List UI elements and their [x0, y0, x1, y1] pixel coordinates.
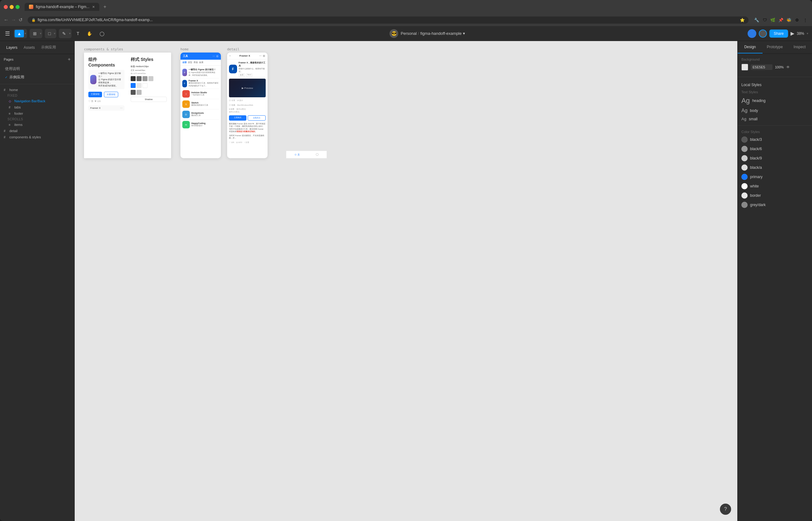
project-name: figma-handoff-example: [420, 31, 462, 36]
color-name-white: white: [750, 184, 759, 188]
tab-inspect[interactable]: Inspect: [787, 41, 812, 53]
bg-hex-input[interactable]: [751, 64, 772, 70]
layer-components[interactable]: # components & styles: [0, 134, 74, 140]
text-tool[interactable]: T: [74, 30, 82, 37]
color-swatch-primary: [741, 174, 748, 180]
frame-label-home: home 工具 ⋯ ◎ 全部 原型 界面: [180, 47, 221, 158]
color-style-greydark[interactable]: grey/dark: [738, 200, 812, 209]
background-title: Background: [741, 58, 808, 61]
nav-forward-button[interactable]: →: [11, 17, 16, 23]
figma-menu-button[interactable]: ☰: [4, 29, 11, 38]
background-section: Background 100% 👁: [738, 54, 812, 74]
frame-detail: ‹ Framer X ⋯ ◎ F: [227, 52, 268, 158]
color-swatch-blacka: [741, 164, 748, 171]
visibility-toggle[interactable]: 👁: [786, 65, 790, 69]
tab-assets[interactable]: Assets: [21, 44, 37, 51]
divider-1: [738, 77, 812, 77]
layer-components-label: components & styles: [9, 135, 41, 139]
color-swatch-black3: [741, 136, 748, 143]
frame-icon-tabs: #: [9, 106, 13, 109]
browser-tab[interactable]: figma-handoff-example – Figm... ✕: [25, 3, 99, 11]
tab-design[interactable]: Design: [738, 41, 763, 53]
close-button[interactable]: [4, 5, 8, 9]
page-item-1[interactable]: 使用说明: [0, 65, 74, 73]
browser-titlebar: figma-handoff-example – Figm... ✕ +: [0, 0, 812, 14]
color-swatch-white: [741, 183, 748, 189]
tab-close-icon[interactable]: ✕: [92, 5, 95, 9]
bg-color-swatch[interactable]: [741, 64, 748, 71]
nav-refresh-button[interactable]: ↺: [19, 17, 23, 23]
select-caret: ▾: [25, 32, 26, 35]
page-item-2[interactable]: ✓ 示例应用: [0, 73, 74, 82]
extension-icon-1[interactable]: 🔧: [753, 17, 760, 23]
tab-breadcrumb[interactable]: 示例应用: [39, 44, 59, 51]
layer-footer[interactable]: ≡ footer: [0, 110, 74, 117]
frame-tool[interactable]: ⊞: [30, 30, 39, 37]
color-name-primary: primary: [750, 175, 763, 179]
color-style-white[interactable]: white: [738, 182, 812, 191]
minimize-button[interactable]: [9, 5, 14, 9]
hand-tool[interactable]: ✋: [84, 30, 94, 37]
color-style-blacka[interactable]: black/a: [738, 163, 812, 172]
layer-tabs[interactable]: # tabs: [0, 104, 74, 110]
star-icon[interactable]: ⭐: [740, 18, 745, 22]
add-page-button[interactable]: +: [68, 56, 71, 62]
fullscreen-button[interactable]: [16, 5, 20, 9]
more-icon[interactable]: ⋮: [802, 17, 808, 23]
page-name-1: 使用说明: [5, 66, 20, 71]
layer-detail-label: detail: [9, 129, 17, 133]
figma-toolbar: ☰ ▲ ▾ ⊞ ▾ □ ▾ ✎ ▾ T ✋ ◯ 😎: [0, 26, 812, 41]
layer-nav[interactable]: ◇ Navigation Bar/Back: [0, 98, 74, 104]
color-swatch-black6: [741, 146, 748, 152]
layer-detail[interactable]: # detail: [0, 128, 74, 134]
layer-tabs-label: tabs: [14, 105, 21, 109]
color-swatch-black9: [741, 155, 748, 161]
project-caret-icon[interactable]: ▾: [463, 31, 465, 36]
extension-icon-5[interactable]: 🐝: [786, 17, 792, 23]
color-name-border: border: [750, 194, 761, 198]
color-style-border[interactable]: border: [738, 191, 812, 200]
new-tab-button[interactable]: +: [104, 4, 106, 9]
color-name-greydark: grey/dark: [750, 203, 766, 207]
ag-icon-small: Ag: [741, 117, 746, 121]
tab-layers[interactable]: Layers: [4, 44, 20, 51]
layer-home[interactable]: # home: [0, 87, 74, 93]
select-tool[interactable]: ▲: [15, 30, 24, 37]
extension-icon-6[interactable]: ⚙: [794, 17, 800, 23]
shape-tool[interactable]: □: [46, 30, 53, 37]
color-style-black6[interactable]: black/6: [738, 144, 812, 154]
traffic-lights: [4, 5, 20, 9]
share-button[interactable]: Share: [769, 29, 788, 38]
present-button[interactable]: ▶: [791, 30, 794, 37]
pen-caret: ▾: [69, 32, 71, 35]
divider-2: [738, 125, 812, 126]
tab-favicon: [29, 5, 33, 9]
zoom-caret: ▾: [807, 32, 808, 35]
extension-icon-3[interactable]: 🌿: [770, 17, 776, 23]
nav-back-button[interactable]: ←: [4, 17, 9, 23]
layers-section: # home FIXED ◇ Navigation Bar/Back # tab…: [0, 87, 74, 521]
comment-tool[interactable]: ◯: [97, 30, 107, 37]
help-button[interactable]: ?: [720, 504, 731, 515]
canvas-area[interactable]: components & styles 组件 Components 一键导出 F…: [75, 41, 737, 521]
frame-icon-components: #: [4, 136, 7, 139]
address-bar[interactable]: 🔒 figma.com/file/UnNVVhMEEJPJxR7e8LAnCR/…: [28, 17, 749, 24]
personal-label: Personal: [401, 31, 416, 36]
color-name-blacka: black/a: [750, 165, 762, 170]
collaborator-avatar: [748, 29, 756, 38]
tool-group-shape: □ ▾: [45, 29, 56, 38]
color-style-primary[interactable]: primary: [738, 172, 812, 182]
text-style-small[interactable]: Ag small: [738, 115, 812, 123]
extension-icon-2[interactable]: 🛡: [762, 17, 768, 23]
frame-icon-items: ≡: [9, 123, 13, 127]
text-style-heading[interactable]: Ag heading: [738, 95, 812, 106]
extension-icon-4[interactable]: 📌: [778, 17, 784, 23]
text-style-body[interactable]: Ag body: [738, 106, 812, 115]
layer-items[interactable]: ≡ items: [0, 121, 74, 128]
layer-footer-label: footer: [14, 112, 23, 115]
color-style-black3[interactable]: black/3: [738, 135, 812, 144]
tab-prototype[interactable]: Prototype: [763, 41, 787, 53]
pen-tool[interactable]: ✎: [60, 30, 68, 37]
tool-group-select: ▲ ▾: [14, 29, 27, 38]
color-style-black9[interactable]: black/9: [738, 154, 812, 163]
